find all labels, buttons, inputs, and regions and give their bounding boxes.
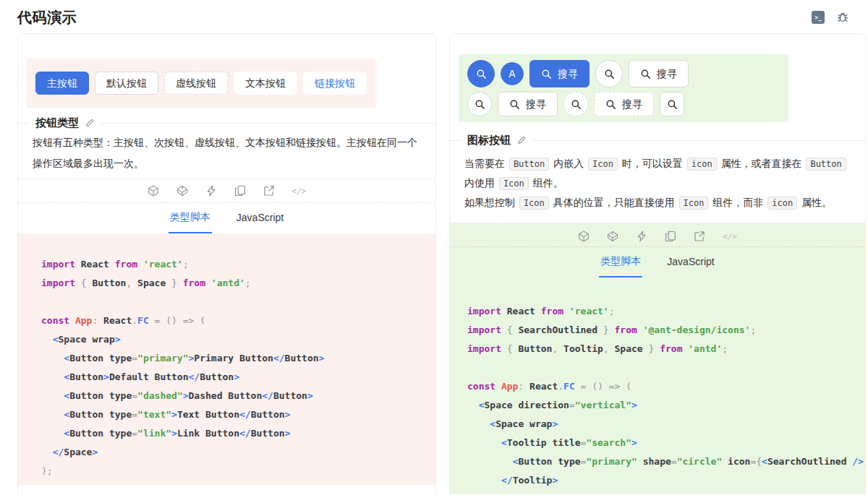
export-icon[interactable] [694,231,705,242]
primary-button[interactable]: 主按钮 [35,72,89,95]
demo-description: 当需要在 Button 内嵌入 Icon 时，可以设置 icon 属性，或者直接… [464,154,851,212]
button-label: 搜寻 [657,69,677,79]
primary-circle-a-button[interactable]: A [501,62,524,85]
link-button[interactable]: 链接按钮 [303,72,367,95]
demo-preview-section: A搜寻搜寻 搜寻搜寻 [450,34,865,132]
button-row: 搜寻搜寻 [467,92,780,116]
header-actions: >_ [812,11,849,24]
button-label: 文本按钮 [245,78,286,88]
codesandbox-icon[interactable] [148,185,159,197]
description-paragraph: 如果想控制 Icon 具体的位置，只能直接使用 Icon 组件，而非 icon … [464,193,851,212]
text-button[interactable]: 文本按钮 [234,72,297,95]
code-line [41,293,412,311]
edit-icon[interactable] [85,118,95,128]
code-line [467,358,848,377]
code-line: <Space wrap> [467,415,848,434]
primary-search-button[interactable]: 搜寻 [529,60,590,87]
code-icon[interactable]: </> [723,231,737,242]
button-row: A搜寻搜寻 [467,60,780,87]
dashed-circle-search-button[interactable] [563,92,588,116]
codepen-icon[interactable] [607,231,618,242]
codesandbox-icon[interactable] [578,231,590,242]
demo-title-row: 按钮类型 [18,115,435,131]
default-search-button-2[interactable]: 搜寻 [498,92,558,116]
description-paragraph: 当需要在 Button 内嵌入 Icon 时，可以设置 icon 属性，或者直接… [464,154,851,193]
edit-icon[interactable] [516,135,527,145]
code-line: const App: React.FC = () => ( [467,377,848,396]
inline-code: Icon [679,197,709,210]
description-paragraph: 按钮有五种类型：主按钮、次按钮、虚线按钮、文本按钮和链接按钮。主按钮在同一个操作… [33,132,421,174]
search-icon [476,69,487,79]
description-text: 时，可以设置 [619,158,686,169]
inline-code: Icon [519,197,549,210]
button-label: 搜寻 [622,99,642,109]
thunderbolt-icon[interactable] [205,185,217,197]
thunderbolt-icon[interactable] [636,231,647,242]
tab-typescript[interactable]: 类型脚本 [599,247,642,277]
description-text: 组件，而非 [710,197,766,208]
code-line: <Button type="dashed">Dashed Button</But… [41,387,412,405]
primary-circle-search-button[interactable] [467,60,495,87]
code-line: </Space> [41,443,412,462]
description-text: 属性。 [799,197,832,208]
codepen-icon[interactable] [176,185,188,197]
description-text: 如果想控制 [464,197,518,208]
search-icon [509,99,520,110]
code-line: <Button type="primary">Primary Button</B… [41,349,412,368]
tab-javascript[interactable]: JavaScript [235,203,285,233]
code-line: import { Button, Tooltip, Space } from '… [467,340,848,358]
search-icon [571,99,582,110]
default-circle-search-button[interactable] [595,60,623,87]
demo-description: 按钮有五种类型：主按钮、次按钮、虚线按钮、文本按钮和链接按钮。主按钮在同一个操作… [33,132,421,174]
bug-icon[interactable] [836,11,849,24]
demo-title: 图标按钮 [467,134,511,147]
default-button[interactable]: 默认按钮 [95,72,158,95]
code-icon[interactable]: </> [292,185,307,197]
description-text: 组件。 [530,177,563,189]
terminal-icon[interactable]: >_ [812,11,825,24]
button-label: 虚线按钮 [176,78,216,88]
description-text: 内使用 [464,177,498,189]
demo-title: 按钮类型 [35,116,79,130]
code-line: <Space direction="vertical"> [467,396,848,415]
inline-code: icon [687,158,717,171]
code-block: import React from 'react';import { Butto… [18,233,435,485]
inline-code: Button [509,158,549,171]
code-line: import React from 'react'; [467,302,848,321]
tab-typescript[interactable]: 类型脚本 [169,203,212,233]
inline-code: Icon [499,177,529,190]
code-line: <Tooltip title="search"> [467,434,848,452]
demo-title-row: 图标按钮 [450,132,865,148]
demo-card-button-type: 主按钮默认按钮虚线按钮文本按钮链接按钮 按钮类型 按钮有五种类型：主按钮、次按钮… [17,33,436,495]
code-line: ); [41,462,412,481]
tab-javascript[interactable]: JavaScript [665,247,715,277]
button-label: A [509,69,515,79]
button-label: 搜寻 [558,69,578,79]
code-line: <Space wrap> [41,330,412,349]
button-label: 搜寻 [526,99,546,109]
code-line: <Button type="text">Text Button</Button> [41,405,412,424]
code-block: import React from 'react';import { Searc… [450,277,865,494]
button-label: 链接按钮 [315,78,355,88]
default-circle-search-button-2[interactable] [467,92,492,116]
export-icon[interactable] [263,185,275,197]
code-line: import React from 'react'; [41,255,412,274]
code-tabs: 类型脚本JavaScript [450,247,865,277]
search-icon [640,69,651,79]
code-line: const App: React.FC = () => ( [41,311,412,330]
search-icon [604,69,615,79]
inline-code: icon [767,197,797,210]
demo-preview-highlight: A搜寻搜寻 搜寻搜寻 [459,54,788,122]
description-text: 属性，或者直接在 [718,158,805,169]
copy-icon[interactable] [234,185,246,197]
code-line: <Button>Default Button</Button> [41,368,412,387]
copy-icon[interactable] [665,231,676,242]
code-line: <Button type="primary" shape="circle" ic… [467,452,848,471]
dashed-button[interactable]: 虚线按钮 [164,72,228,95]
expanded-code-section: </> 类型脚本JavaScript import React from 're… [450,223,865,494]
page-header: 代码演示 >_ [0,0,868,30]
href-search-button[interactable] [660,92,684,116]
default-search-button[interactable]: 搜寻 [629,60,689,87]
dashed-search-button[interactable]: 搜寻 [594,92,654,116]
search-icon [605,99,616,110]
